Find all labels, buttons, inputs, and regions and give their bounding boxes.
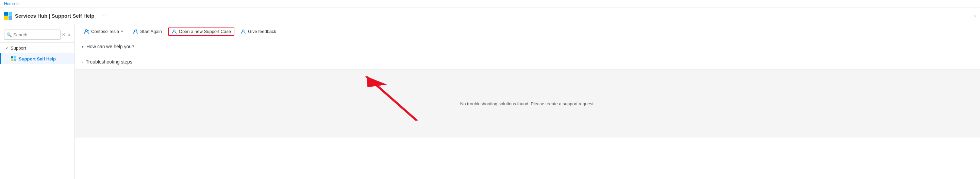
tenant-selector[interactable]: Contoso Tesla ▾ [80, 27, 127, 36]
how-can-we-help-label: How can we help you? [86, 44, 134, 49]
svg-rect-7 [14, 59, 16, 61]
tenant-chevron-icon: ▾ [121, 29, 123, 33]
breadcrumb-home[interactable]: Home [4, 2, 15, 6]
give-feedback-button[interactable]: Give feedback [237, 27, 280, 36]
section-content-area: No troubleshooting solutions found. Plea… [75, 70, 980, 138]
svg-rect-4 [11, 56, 13, 59]
svg-rect-2 [4, 16, 8, 20]
sidebar: 🔍 ✕ « ✓ Support Support Self Help [0, 24, 75, 179]
tenant-icon [84, 29, 89, 34]
tenant-label: Contoso Tesla [91, 29, 119, 34]
search-icon: 🔍 [6, 32, 12, 37]
more-menu-icon[interactable]: ··· [102, 12, 108, 19]
troubleshooting-label: Troubleshooting steps [86, 59, 132, 65]
give-feedback-icon [240, 29, 246, 34]
main-content: ▾ How can we help you? › Troubleshooting… [75, 39, 980, 179]
start-again-icon [133, 29, 138, 34]
how-help-chevron-icon: ▾ [82, 44, 84, 49]
app-logo: Services Hub | Support Self Help [4, 12, 94, 20]
section-check-icon: ✓ [5, 46, 8, 50]
svg-rect-6 [11, 59, 13, 61]
sidebar-item-support-self-help[interactable]: Support Self Help [0, 53, 75, 64]
no-results-text: No troubleshooting solutions found. Plea… [460, 101, 595, 106]
start-again-label: Start Again [140, 29, 162, 34]
troubleshooting-chevron-icon: › [82, 60, 83, 64]
search-input-wrapper: 🔍 [4, 30, 60, 40]
troubleshooting-header[interactable]: › Troubleshooting steps [75, 54, 980, 70]
give-feedback-label: Give feedback [248, 29, 276, 34]
open-case-button[interactable]: Open a new Support Case [168, 27, 234, 36]
search-collapse-icon[interactable]: « [67, 32, 70, 38]
svg-rect-1 [8, 12, 12, 16]
breadcrumb-separator: > [16, 2, 19, 6]
svg-point-8 [85, 30, 88, 32]
sidebar-section-label: Support [11, 46, 26, 51]
support-self-help-icon [11, 56, 16, 62]
start-again-button[interactable]: Start Again [129, 27, 165, 36]
how-can-we-help-header[interactable]: ▾ How can we help you? [75, 39, 980, 54]
svg-rect-5 [14, 56, 16, 59]
svg-point-10 [134, 30, 137, 32]
svg-point-11 [173, 30, 175, 32]
svg-point-13 [242, 30, 244, 32]
expand-right-icon[interactable]: › [974, 12, 976, 19]
toolbar: Contoso Tesla ▾ Start Again [75, 24, 980, 39]
content-area: 🔍 ✕ « ✓ Support Support Self Help [0, 24, 980, 179]
search-clear-icon[interactable]: ✕ [62, 32, 65, 37]
svg-rect-0 [4, 12, 8, 16]
sidebar-section-header-support[interactable]: ✓ Support [0, 43, 75, 53]
sidebar-item-label: Support Self Help [19, 56, 56, 62]
app-logo-icon [4, 12, 12, 20]
top-bar: Services Hub | Support Self Help ··· › [0, 8, 980, 24]
open-case-label: Open a new Support Case [179, 29, 231, 34]
svg-line-15 [366, 76, 417, 120]
open-case-icon [172, 29, 177, 34]
search-area: 🔍 ✕ « [0, 27, 75, 43]
app-title: Services Hub | Support Self Help [15, 13, 94, 19]
main-panel: Contoso Tesla ▾ Start Again [75, 24, 980, 179]
svg-rect-3 [8, 16, 12, 20]
search-input[interactable] [13, 32, 58, 37]
